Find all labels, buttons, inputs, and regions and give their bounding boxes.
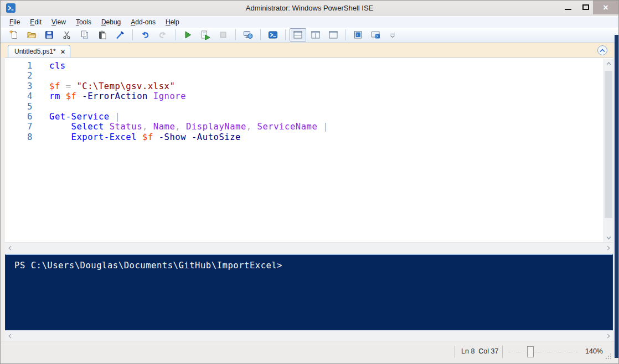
scroll-right-icon[interactable]: [603, 331, 613, 341]
line-number: 8: [5, 132, 33, 142]
stop-icon: [218, 30, 228, 40]
code-line: 4rm $f -ErrorAction Ignore: [5, 91, 603, 101]
new-powershell-tab-button[interactable]: [350, 28, 367, 41]
menu-debug[interactable]: Debug: [96, 17, 126, 27]
zoom-level: 140%: [585, 347, 603, 355]
console-horizontal-scrollbar[interactable]: [5, 330, 613, 341]
powershell-icon: [6, 3, 16, 13]
new-remote-powershell-tab-button[interactable]: [240, 28, 256, 41]
close-button[interactable]: ×: [593, 1, 618, 14]
code-line: 3$f = "C:\Temp\gsv.xlsx": [5, 81, 603, 91]
editor-horizontal-scrollbar[interactable]: [5, 242, 613, 253]
show-script-pane-maximized-button[interactable]: [325, 28, 342, 41]
line-number: 5: [5, 102, 33, 112]
copy-button[interactable]: [76, 28, 93, 41]
pane-top-icon: [293, 30, 303, 40]
chevron-up-icon: [600, 49, 605, 53]
redo-button[interactable]: [154, 28, 171, 41]
code-line: 8 Export-Excel $f -Show -AutoSize: [5, 132, 603, 142]
ps-tab-b-icon: [371, 30, 381, 40]
console-prompt: PS C:\Users\Douglas\Documents\GitHub\Imp…: [6, 255, 612, 271]
tab-label: Untitled5.ps1*: [14, 48, 56, 55]
code-line: 5: [5, 102, 603, 112]
show-script-pane-right-button[interactable]: [307, 28, 324, 41]
scroll-left-icon[interactable]: [5, 243, 14, 253]
menu-file[interactable]: File: [4, 17, 25, 27]
status-bar: Ln 8 Col 37 140%: [1, 341, 618, 364]
paste-icon: [97, 30, 107, 40]
line-number: 1: [5, 61, 33, 71]
editor-vertical-scrollbar[interactable]: [603, 59, 613, 242]
copy-icon: [80, 30, 90, 40]
toolbar: [1, 28, 618, 43]
undo-button[interactable]: [137, 28, 153, 41]
window-title: Administrator: Windows PowerShell ISE: [67, 4, 552, 12]
toolbar-separator: [235, 29, 236, 40]
paste-button[interactable]: [94, 28, 111, 41]
close-powershell-tab-button[interactable]: [368, 28, 384, 41]
clear-console-pane-button[interactable]: [112, 28, 128, 41]
window-border-accent: [615, 35, 618, 358]
save-script-button[interactable]: [41, 28, 58, 41]
run-script-icon: [183, 30, 193, 40]
script-editor[interactable]: 1cls23$f = "C:\Temp\gsv.xlsx"4rm $f -Err…: [5, 58, 613, 242]
line-number: 3: [5, 81, 33, 91]
toolbar-separator: [175, 29, 176, 40]
pane-max-icon: [328, 30, 338, 40]
menu-tools[interactable]: Tools: [71, 17, 96, 27]
minimize-icon: [565, 9, 571, 10]
remote-tab-icon: [243, 30, 253, 40]
zoom-slider-thumb[interactable]: [527, 346, 534, 357]
tab-close-icon[interactable]: ×: [61, 48, 65, 56]
start-powershell-exe-button[interactable]: [265, 28, 281, 41]
line-number: 4: [5, 91, 33, 101]
new-script-icon: [9, 30, 19, 40]
run-script-button[interactable]: [179, 28, 196, 41]
open-script-button[interactable]: [23, 28, 40, 41]
scroll-left-icon[interactable]: [5, 331, 14, 341]
code-lines: 1cls23$f = "C:\Temp\gsv.xlsx"4rm $f -Err…: [5, 61, 603, 142]
code-line: 7 Select Status, Name, DisplayName, Serv…: [5, 122, 603, 132]
ps-tab-a-icon: [353, 30, 363, 40]
collapse-script-pane-button[interactable]: [597, 45, 607, 55]
new-script-button[interactable]: [6, 28, 22, 41]
cursor-position: Ln 8 Col 37: [461, 347, 498, 355]
stop-operation-button[interactable]: [215, 28, 231, 41]
console-pane[interactable]: PS C:\Users\Douglas\Documents\GitHub\Imp…: [5, 254, 613, 330]
menu-help[interactable]: Help: [161, 17, 184, 27]
scrollbar-thumb[interactable]: [605, 71, 612, 218]
resize-grip-icon[interactable]: [605, 352, 612, 362]
open-script-icon: [27, 30, 37, 40]
overflow-icon: [388, 30, 398, 40]
run-selection-button[interactable]: [197, 28, 214, 41]
menu-view[interactable]: View: [47, 17, 71, 27]
tab-untitled5[interactable]: Untitled5.ps1* ×: [8, 45, 70, 58]
maximize-icon: [582, 4, 589, 10]
cut-icon: [62, 30, 72, 40]
tab-strip: Untitled5.ps1* ×: [1, 43, 618, 58]
toolbar-separator: [132, 29, 133, 40]
scroll-down-icon[interactable]: [604, 233, 613, 242]
line-number: 2: [5, 71, 33, 81]
scroll-up-icon[interactable]: [604, 59, 613, 68]
redo-icon: [158, 30, 168, 40]
minimize-button[interactable]: [560, 1, 576, 14]
run-selection-icon: [200, 30, 210, 40]
menu-bar: FileEditViewToolsDebugAdd-onsHelp: [1, 16, 618, 28]
save-script-icon: [44, 30, 54, 40]
maximize-button[interactable]: [577, 1, 594, 14]
undo-icon: [140, 30, 150, 40]
line-number: 7: [5, 122, 33, 132]
title-bar: Administrator: Windows PowerShell ISE ×: [1, 1, 618, 16]
code-line: 6Get-Service |: [5, 112, 603, 122]
scroll-right-icon[interactable]: [603, 243, 613, 253]
pane-right-icon: [311, 30, 321, 40]
show-script-pane-top-button[interactable]: [290, 28, 306, 41]
powershell-exe-icon: [268, 30, 278, 40]
toolbar-overflow-button[interactable]: [388, 28, 398, 41]
zoom-slider[interactable]: [509, 352, 577, 352]
cut-button[interactable]: [59, 28, 75, 41]
status-separator: [502, 346, 503, 358]
menu-addons[interactable]: Add-ons: [126, 17, 161, 27]
menu-edit[interactable]: Edit: [25, 17, 47, 27]
